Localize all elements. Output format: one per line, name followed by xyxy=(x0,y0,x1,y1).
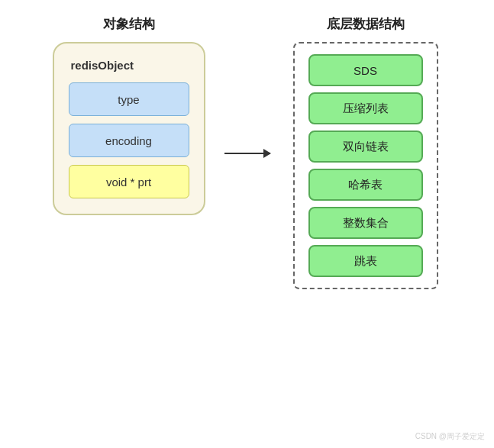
right-section: 底层数据结构 SDS 压缩列表 双向链表 哈希表 整数集合 跳表 xyxy=(278,15,454,289)
ds-sds: SDS xyxy=(308,54,423,86)
arrow-line xyxy=(224,153,270,154)
redis-object-box: redisObject type encoding void * prt xyxy=(53,42,205,215)
watermark: CSDN @周子爱定定 xyxy=(415,431,485,442)
ds-intset: 整数集合 xyxy=(308,207,423,239)
left-title: 对象结构 xyxy=(103,15,155,33)
ds-linkedlist: 双向链表 xyxy=(308,131,423,163)
redis-object-label: redisObject xyxy=(68,59,134,72)
ds-hashtable: 哈希表 xyxy=(308,169,423,201)
arrow-container xyxy=(217,153,278,154)
field-encoding: encoding xyxy=(69,124,189,157)
diagram-container: 对象结构 redisObject type encoding void * pr… xyxy=(0,8,494,297)
field-ptr: void * prt xyxy=(69,165,189,198)
dashed-box: SDS 压缩列表 双向链表 哈希表 整数集合 跳表 xyxy=(293,42,438,289)
right-title: 底层数据结构 xyxy=(327,15,405,33)
left-section: 对象结构 redisObject type encoding void * pr… xyxy=(41,15,217,215)
field-type: type xyxy=(69,82,189,116)
ds-ziplist: 压缩列表 xyxy=(308,92,423,124)
ds-skiplist: 跳表 xyxy=(308,245,423,277)
